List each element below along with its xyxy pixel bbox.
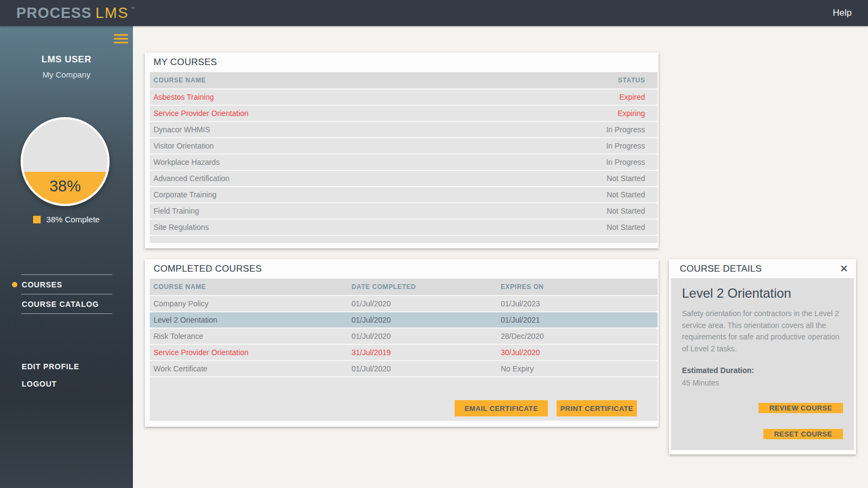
sidebar-item-edit-profile[interactable]: EDIT PROFILE bbox=[0, 358, 133, 375]
email-certificate-button[interactable]: EMAIL CERTIFICATE bbox=[455, 400, 548, 416]
status-cell: In Progress bbox=[606, 158, 658, 166]
sidebar-item-courses[interactable]: COURSES bbox=[0, 275, 133, 294]
course-name-cell: Field Training bbox=[150, 207, 607, 215]
course-title: Level 2 Orientation bbox=[682, 286, 843, 301]
panel-title: COMPLETED COURSES bbox=[145, 259, 659, 279]
progress-circle: 38% bbox=[21, 117, 110, 206]
status-cell: In Progress bbox=[606, 125, 658, 134]
print-certificate-button[interactable]: PRINT CERTIFICATE bbox=[557, 400, 637, 416]
brand-primary: PROCESS bbox=[16, 5, 92, 22]
review-course-button[interactable]: REVIEW COURSE bbox=[758, 403, 843, 413]
sidebar-secondary-nav: EDIT PROFILE LOGOUT bbox=[0, 358, 133, 393]
panel-title: MY COURSES bbox=[145, 53, 659, 72]
status-cell: Not Started bbox=[607, 223, 658, 232]
column-header-date-completed: DATE COMPLETED bbox=[352, 283, 501, 291]
trademark-symbol: ™ bbox=[130, 6, 135, 11]
course-name-cell: Risk Tolerance bbox=[150, 332, 352, 341]
course-details-panel: COURSE DETAILS ✕ Level 2 Orientation Saf… bbox=[669, 259, 856, 454]
table-row[interactable]: Service Provider OrientationExpiring bbox=[150, 105, 658, 121]
date-completed-cell: 01/Jul/2020 bbox=[352, 332, 501, 341]
table-row[interactable]: Level 2 Orientation01/Jul/202001/Jul/202… bbox=[150, 311, 658, 328]
course-name-cell: Workplace Hazards bbox=[150, 158, 606, 166]
course-name-cell: Site Regulations bbox=[150, 223, 607, 232]
active-indicator-dot bbox=[12, 282, 17, 287]
sidebar-item-label: EDIT PROFILE bbox=[22, 362, 79, 371]
date-completed-cell: 31/Jul/2019 bbox=[352, 348, 501, 357]
table-row[interactable]: Asbestos TrainingExpired bbox=[150, 88, 658, 105]
progress-percent: 38% bbox=[23, 177, 107, 195]
divider bbox=[21, 313, 112, 314]
table-footer bbox=[150, 235, 658, 243]
course-description: Safety orientation for contractors in th… bbox=[682, 308, 843, 355]
table-body: Company Policy01/Jul/202001/Jul/2023Leve… bbox=[150, 295, 658, 376]
table-row[interactable]: Work Certificate01/Jul/2020No Expiry bbox=[150, 360, 658, 376]
course-name-cell: Company Policy bbox=[150, 299, 352, 308]
progress-chart: 38% bbox=[21, 117, 110, 206]
course-details-body: Level 2 Orientation Safety orientation f… bbox=[671, 278, 854, 450]
table-row[interactable]: Service Provider Orientation31/Jul/20193… bbox=[150, 344, 658, 360]
date-completed-cell: 01/Jul/2020 bbox=[352, 364, 501, 373]
my-courses-panel: MY COURSES COURSE NAME STATUS Asbestos T… bbox=[145, 53, 659, 248]
course-name-cell: Level 2 Orientation bbox=[150, 316, 352, 324]
course-name-cell: Service Provider Orientation bbox=[150, 348, 352, 357]
course-name-cell: Corporate Training bbox=[150, 190, 607, 199]
table-row[interactable]: Company Policy01/Jul/202001/Jul/2023 bbox=[150, 295, 658, 311]
table-row[interactable]: Dynacor WHMISIn Progress bbox=[150, 121, 658, 137]
panel-title: COURSE DETAILS bbox=[680, 264, 762, 274]
expires-on-cell: 01/Jul/2021 bbox=[501, 316, 658, 324]
table-row[interactable]: Site RegulationsNot Started bbox=[150, 219, 658, 235]
course-name-cell: Asbestos Training bbox=[150, 93, 620, 101]
table-header: COURSE NAME DATE COMPLETED EXPIRES ON bbox=[150, 279, 658, 295]
sidebar-item-course-catalog[interactable]: COURSE CATALOG bbox=[0, 294, 133, 313]
sidebar: LMS USER My Company 38% 38% Complete COU… bbox=[0, 26, 133, 488]
course-name-cell: Work Certificate bbox=[150, 364, 352, 373]
sidebar-nav: COURSES COURSE CATALOG bbox=[0, 274, 133, 314]
status-cell: In Progress bbox=[606, 142, 658, 150]
table-row[interactable]: Field TrainingNot Started bbox=[150, 202, 658, 219]
date-completed-cell: 01/Jul/2020 bbox=[352, 299, 501, 308]
status-cell: Not Started bbox=[607, 207, 658, 215]
sidebar-item-label: COURSES bbox=[22, 280, 62, 289]
sidebar-item-logout[interactable]: LOGOUT bbox=[0, 375, 133, 393]
certificate-actions: EMAIL CERTIFICATE PRINT CERTIFICATE bbox=[150, 376, 658, 421]
user-company: My Company bbox=[0, 70, 133, 79]
status-cell: Not Started bbox=[607, 190, 658, 199]
status-cell: Expiring bbox=[617, 109, 658, 118]
hamburger-menu-icon[interactable] bbox=[114, 34, 128, 46]
status-cell: Not Started bbox=[607, 174, 658, 183]
table-row[interactable]: Advanced CertificationNot Started bbox=[150, 170, 658, 186]
course-name-cell: Dynacor WHMIS bbox=[150, 125, 606, 134]
date-completed-cell: 01/Jul/2020 bbox=[352, 316, 501, 324]
course-name-cell: Visitor Orientation bbox=[150, 142, 606, 150]
brand-secondary: LMS bbox=[95, 5, 129, 22]
column-header-course-name: COURSE NAME bbox=[150, 76, 618, 84]
expires-on-cell: 28/Dec/2020 bbox=[501, 332, 658, 341]
table-row[interactable]: Visitor OrientationIn Progress bbox=[150, 137, 658, 153]
reset-course-button[interactable]: RESET COURSE bbox=[763, 429, 843, 439]
sidebar-item-label: COURSE CATALOG bbox=[22, 300, 99, 309]
completed-courses-panel: COMPLETED COURSES COURSE NAME DATE COMPL… bbox=[145, 259, 659, 427]
table-row[interactable]: Corporate TrainingNot Started bbox=[150, 186, 658, 202]
close-icon[interactable]: ✕ bbox=[840, 264, 848, 274]
progress-legend: 38% Complete bbox=[0, 215, 133, 224]
user-name: LMS USER bbox=[0, 54, 133, 65]
column-header-expires-on: EXPIRES ON bbox=[501, 283, 658, 291]
expires-on-cell: No Expiry bbox=[501, 364, 658, 373]
sidebar-item-label: LOGOUT bbox=[22, 380, 57, 388]
table-row[interactable]: Risk Tolerance01/Jul/202028/Dec/2020 bbox=[150, 328, 658, 344]
table-row[interactable]: Workplace HazardsIn Progress bbox=[150, 153, 658, 170]
course-name-cell: Advanced Certification bbox=[150, 174, 607, 183]
legend-swatch bbox=[33, 216, 41, 223]
status-cell: Expired bbox=[620, 93, 658, 101]
duration-label: Estimated Duration: bbox=[682, 366, 843, 375]
table-body: Asbestos TrainingExpiredService Provider… bbox=[150, 88, 658, 235]
help-link[interactable]: Help bbox=[833, 8, 852, 18]
course-name-cell: Service Provider Orientation bbox=[150, 109, 617, 118]
legend-label: 38% Complete bbox=[46, 215, 99, 224]
expires-on-cell: 30/Jul/2020 bbox=[501, 348, 658, 357]
column-header-status: STATUS bbox=[618, 76, 658, 84]
top-bar: PROCESS LMS ™ Help bbox=[0, 0, 868, 26]
duration-value: 45 Minutes bbox=[682, 378, 843, 387]
table-header: COURSE NAME STATUS bbox=[150, 72, 658, 88]
app-logo: PROCESS LMS ™ bbox=[16, 5, 135, 22]
